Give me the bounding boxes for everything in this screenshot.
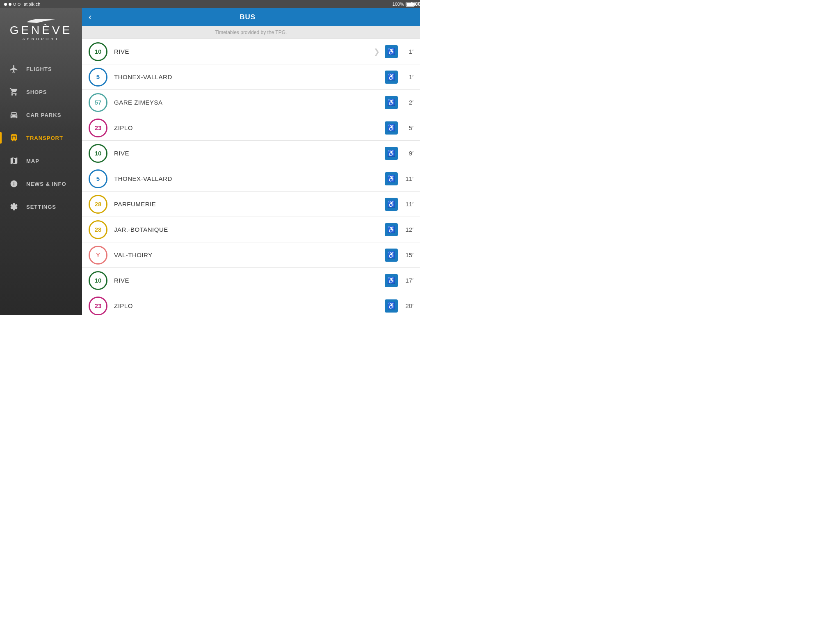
flights-icon — [8, 63, 20, 75]
main-container: GENÈVE AÉROPORT FLIGHTS S — [0, 8, 420, 315]
bus-badge: 10 — [89, 271, 107, 290]
bus-time: 11′ — [402, 201, 413, 208]
accessibility-icon: ♿ — [385, 198, 398, 211]
sidebar-item-carparks[interactable]: CAR PARKS — [0, 103, 82, 126]
logo-subtitle: AÉROPORT — [23, 37, 59, 41]
newsinfo-label: NEWS & INFO — [26, 181, 66, 187]
back-button[interactable]: ‹ — [89, 13, 91, 22]
sidebar-item-map[interactable]: MAP — [0, 149, 82, 172]
bus-row[interactable]: 28JAR.-BOTANIQUE♿12′ — [82, 217, 420, 242]
status-bar-right: 100% — [393, 2, 416, 7]
signal-dot-1 — [4, 3, 7, 6]
logo-name: GENÈVE — [10, 25, 73, 36]
signal-dot-2 — [9, 3, 11, 6]
bus-badge: 5 — [89, 68, 107, 87]
shops-icon — [8, 86, 20, 98]
settings-label: SETTINGS — [26, 204, 56, 210]
bus-name: VAL-THOIRY — [114, 251, 385, 258]
sidebar-item-newsinfo[interactable]: NEWS & INFO — [0, 172, 82, 195]
status-bar: atipik.ch 5:30 PM 100% — [0, 0, 420, 8]
bus-row[interactable]: 10RIVE♿9′ — [82, 141, 420, 166]
bus-name: RIVE — [114, 48, 374, 55]
subtitle-bar: Timetables provided by the TPG. — [82, 26, 420, 39]
bus-time: 2′ — [402, 99, 413, 106]
bus-row[interactable]: YVAL-THOIRY♿15′ — [82, 242, 420, 268]
sidebar-item-flights[interactable]: FLIGHTS — [0, 57, 82, 80]
bus-badge: 10 — [89, 42, 107, 61]
logo-area: GENÈVE AÉROPORT — [10, 16, 73, 45]
signal-dot-4 — [18, 3, 21, 6]
sidebar-item-transport[interactable]: TRANSPORT — [0, 126, 82, 149]
accessibility-icon: ♿ — [385, 147, 398, 160]
settings-icon — [8, 201, 20, 212]
bus-row[interactable]: 5THONEX-VALLARD♿1′ — [82, 64, 420, 90]
bus-badge: 5 — [89, 169, 107, 188]
bus-time: 12′ — [402, 226, 413, 233]
bus-time: 9′ — [402, 150, 413, 157]
logo-wing-icon — [25, 16, 57, 24]
newsinfo-icon — [8, 178, 20, 189]
bus-time: 17′ — [402, 277, 413, 284]
bus-time: 15′ — [402, 251, 413, 258]
carparks-icon — [8, 109, 20, 121]
bus-row[interactable]: 28PARFUMERIE♿11′ — [82, 192, 420, 217]
accessibility-icon: ♿ — [385, 299, 398, 313]
bus-name: RIVE — [114, 277, 385, 284]
bus-row[interactable]: 23ZIPLO♿5′ — [82, 115, 420, 141]
accessibility-icon: ♿ — [385, 96, 398, 109]
shops-label: SHOPS — [26, 89, 47, 95]
bus-badge: 23 — [89, 119, 107, 137]
nav-items: FLIGHTS SHOPS CAR PARKS — [0, 57, 82, 218]
accessibility-icon: ♿ — [385, 274, 398, 287]
bus-name: THONEX-VALLARD — [114, 73, 385, 80]
bus-row[interactable]: 23ZIPLO♿20′ — [82, 293, 420, 315]
bus-name: JAR.-BOTANIQUE — [114, 226, 385, 233]
accessibility-icon: ♿ — [385, 172, 398, 185]
status-bar-left: atipik.ch — [4, 2, 40, 7]
transport-icon — [8, 132, 20, 144]
bus-row[interactable]: 10RIVE❯♿1′ — [82, 39, 420, 64]
accessibility-icon: ♿ — [385, 249, 398, 262]
battery-icon — [406, 2, 416, 7]
transport-label: TRANSPORT — [26, 135, 63, 141]
bus-name: PARFUMERIE — [114, 201, 385, 208]
page-title: BUS — [98, 13, 397, 21]
bus-name: ZIPLO — [114, 124, 385, 131]
bus-time: 5′ — [402, 124, 413, 131]
subtitle-text: Timetables provided by the TPG. — [215, 30, 287, 35]
bus-badge: 28 — [89, 220, 107, 239]
bus-time: 1′ — [402, 48, 413, 55]
bus-badge: 10 — [89, 144, 107, 163]
accessibility-icon: ♿ — [385, 121, 398, 135]
bus-row[interactable]: 5THONEX-VALLARD♿11′ — [82, 166, 420, 192]
bus-name: GARE ZIMEYSA — [114, 99, 385, 106]
bus-badge: 23 — [89, 297, 107, 315]
bus-badge: 57 — [89, 93, 107, 112]
bus-row[interactable]: 10RIVE♿17′ — [82, 268, 420, 293]
signal-dot-3 — [13, 3, 16, 6]
bus-time: 20′ — [402, 302, 413, 309]
bus-list: 10RIVE❯♿1′5THONEX-VALLARD♿1′57GARE ZIMEY… — [82, 39, 420, 315]
sidebar-item-shops[interactable]: SHOPS — [0, 80, 82, 103]
sidebar: GENÈVE AÉROPORT FLIGHTS S — [0, 8, 82, 315]
accessibility-icon: ♿ — [385, 71, 398, 84]
accessibility-icon: ♿ — [385, 223, 398, 236]
battery-percent: 100% — [393, 2, 404, 7]
map-icon — [8, 155, 20, 167]
bus-name: THONEX-VALLARD — [114, 175, 385, 182]
chevron-right-icon: ❯ — [374, 47, 380, 56]
bus-name: RIVE — [114, 150, 385, 157]
bus-time: 1′ — [402, 73, 413, 80]
map-label: MAP — [26, 158, 39, 164]
content-area: ‹ BUS Timetables provided by the TPG. 10… — [82, 8, 420, 315]
accessibility-icon: ♿ — [385, 45, 398, 58]
carrier-label: atipik.ch — [24, 2, 40, 7]
bus-badge: 28 — [89, 195, 107, 214]
carparks-label: CAR PARKS — [26, 112, 61, 118]
top-bar: ‹ BUS — [82, 8, 420, 26]
sidebar-item-settings[interactable]: SETTINGS — [0, 195, 82, 218]
flights-label: FLIGHTS — [26, 66, 52, 72]
bus-name: ZIPLO — [114, 302, 385, 309]
bus-row[interactable]: 57GARE ZIMEYSA♿2′ — [82, 90, 420, 115]
bus-badge: Y — [89, 246, 107, 265]
